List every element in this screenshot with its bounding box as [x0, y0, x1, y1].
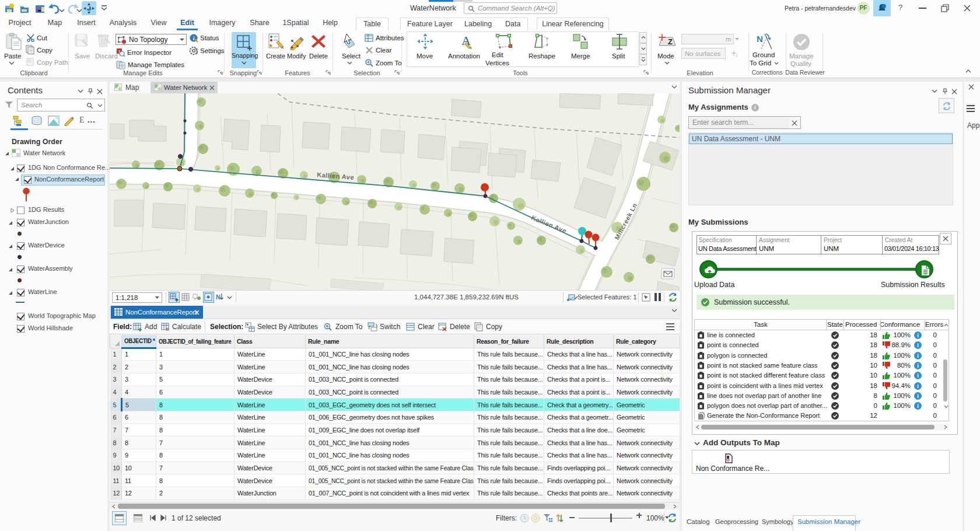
svg-text:Z: Z — [668, 37, 673, 46]
svg-text:z: z — [736, 53, 738, 58]
svg-text:=: = — [166, 326, 169, 331]
svg-text:N: N — [216, 294, 220, 301]
svg-text:N: N — [757, 34, 763, 44]
